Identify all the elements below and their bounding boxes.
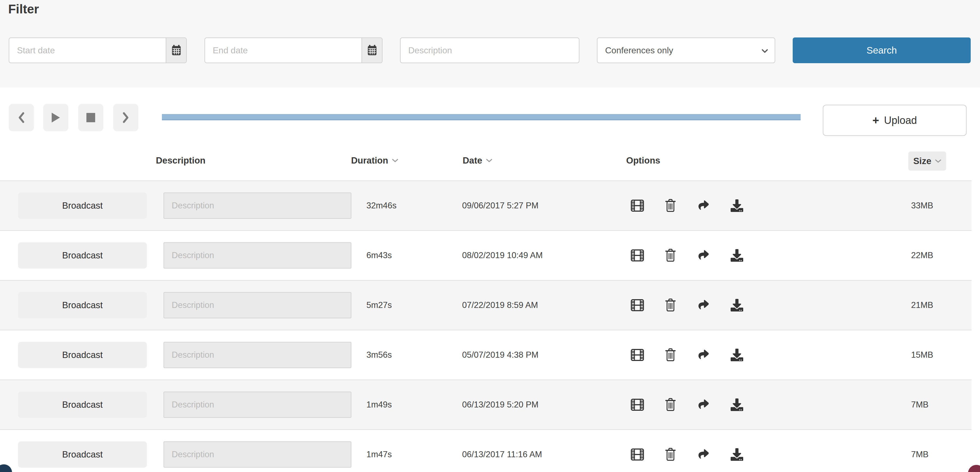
row-description-input[interactable]: [164, 242, 352, 269]
download-icon: [730, 299, 743, 311]
size-cell: 33MB: [911, 181, 933, 230]
chevron-left-icon: [18, 112, 25, 123]
duration-cell: 1m49s: [366, 380, 392, 429]
column-header-date[interactable]: Date: [463, 155, 492, 166]
share-arrow-icon: [697, 250, 710, 261]
download-icon: [730, 399, 743, 411]
filter-panel: Filter: [0, 0, 980, 87]
share-button[interactable]: [697, 250, 710, 261]
play-button[interactable]: [43, 104, 68, 131]
share-arrow-icon: [697, 399, 710, 410]
share-arrow-icon: [697, 350, 710, 361]
end-date-calendar-button[interactable]: [361, 38, 382, 63]
download-button[interactable]: [730, 199, 743, 212]
video-button[interactable]: [630, 448, 644, 461]
share-button[interactable]: [697, 449, 710, 460]
timeline-progress-bar[interactable]: [162, 114, 800, 120]
row-options: [630, 181, 743, 230]
end-date-group: [205, 38, 383, 63]
start-date-input[interactable]: [9, 38, 166, 63]
plus-icon: +: [873, 114, 880, 126]
broadcast-button[interactable]: Broadcast: [18, 292, 147, 318]
row-description-input[interactable]: [164, 292, 352, 318]
duration-cell: 1m47s: [366, 430, 392, 472]
delete-button[interactable]: [665, 298, 676, 312]
broadcast-button[interactable]: Broadcast: [18, 392, 147, 418]
film-icon: [630, 448, 644, 461]
delete-button[interactable]: [665, 448, 676, 461]
row-description-input[interactable]: [164, 441, 352, 467]
stop-icon: [86, 113, 95, 122]
download-button[interactable]: [730, 249, 743, 262]
upload-button[interactable]: + Upload: [823, 105, 967, 136]
video-button[interactable]: [630, 399, 644, 411]
download-button[interactable]: [730, 349, 743, 361]
share-button[interactable]: [697, 399, 710, 410]
row-options: [630, 430, 743, 472]
description-filter-input[interactable]: [400, 38, 579, 63]
column-header-duration-label: Duration: [351, 155, 388, 166]
page-title: Filter: [8, 2, 39, 16]
share-button[interactable]: [697, 200, 710, 211]
row-options: [630, 231, 743, 280]
row-options: [630, 380, 743, 429]
size-cell: 7MB: [911, 380, 929, 429]
delete-button[interactable]: [665, 398, 676, 412]
table-row: Broadcast 6m43s 08/02/2019 10:49 AM: [0, 230, 972, 280]
start-date-calendar-button[interactable]: [166, 38, 186, 63]
date-cell: 07/22/2019 8:59 AM: [462, 281, 538, 330]
search-button[interactable]: Search: [793, 38, 971, 63]
delete-button[interactable]: [665, 348, 676, 362]
table-row: Broadcast 1m49s 06/13/2019 5:20 PM: [0, 380, 972, 429]
row-description-input[interactable]: [164, 392, 352, 418]
download-icon: [730, 349, 743, 361]
download-icon: [730, 448, 743, 461]
download-button[interactable]: [730, 399, 743, 411]
video-button[interactable]: [630, 299, 644, 311]
share-arrow-icon: [697, 449, 710, 460]
download-button[interactable]: [730, 299, 743, 311]
video-button[interactable]: [630, 249, 644, 262]
broadcast-button[interactable]: Broadcast: [18, 192, 147, 219]
table-row: Broadcast 1m47s 06/13/2017 11:16 AM: [0, 429, 972, 472]
broadcast-button[interactable]: Broadcast: [18, 441, 147, 467]
date-cell: 09/06/2017 5:27 PM: [462, 181, 538, 230]
broadcast-button[interactable]: Broadcast: [18, 342, 147, 368]
type-filter-select[interactable]: Conferences only: [597, 38, 775, 63]
share-button[interactable]: [697, 300, 710, 311]
column-header-size[interactable]: Size: [908, 151, 946, 171]
duration-cell: 32m46s: [366, 181, 396, 230]
table-row: Broadcast 32m46s 09/06/2017 5:27 PM: [0, 181, 972, 230]
broadcast-button[interactable]: Broadcast: [18, 242, 147, 269]
download-button[interactable]: [730, 448, 743, 461]
calendar-icon: [172, 45, 181, 56]
column-header-description-label: Description: [156, 155, 205, 166]
previous-button[interactable]: [9, 104, 34, 131]
type-filter-selected-value: Conferences only: [605, 45, 673, 56]
caret-down-icon: [392, 159, 398, 162]
trash-icon: [665, 348, 676, 362]
delete-button[interactable]: [665, 249, 676, 262]
trash-icon: [665, 249, 676, 262]
start-date-group: [9, 38, 187, 63]
column-header-size-label: Size: [913, 156, 931, 166]
calendar-icon: [367, 45, 377, 56]
column-header-duration[interactable]: Duration: [351, 155, 398, 166]
share-button[interactable]: [697, 350, 710, 361]
delete-button[interactable]: [665, 199, 676, 213]
video-button[interactable]: [630, 199, 644, 212]
next-button[interactable]: [113, 104, 138, 131]
row-options: [630, 281, 743, 330]
duration-cell: 5m27s: [366, 281, 392, 330]
date-cell: 06/13/2019 5:20 PM: [462, 380, 538, 429]
end-date-input[interactable]: [205, 38, 361, 63]
stop-button[interactable]: [78, 104, 103, 131]
size-cell: 22MB: [911, 231, 933, 280]
table-row: Broadcast 5m27s 07/22/2019 8:59 AM: [0, 280, 972, 330]
recordings-table: Broadcast 32m46s 09/06/2017 5:27 PM: [0, 181, 972, 472]
row-description-input[interactable]: [164, 342, 352, 368]
row-description-input[interactable]: [164, 192, 352, 219]
row-options: [630, 331, 743, 380]
video-button[interactable]: [630, 349, 644, 361]
size-cell: 15MB: [911, 331, 933, 380]
